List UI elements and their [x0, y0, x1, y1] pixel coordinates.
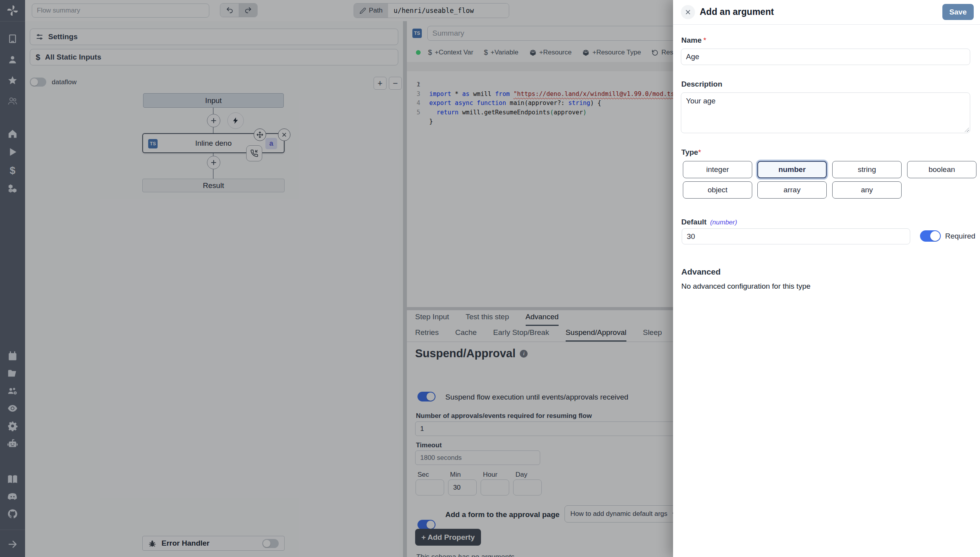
description-field-wrap: Your age	[681, 92, 970, 133]
argument-name-input[interactable]	[681, 49, 970, 65]
close-icon	[684, 9, 691, 16]
type-button-any[interactable]: any	[832, 181, 902, 199]
type-button-array[interactable]: array	[757, 181, 827, 199]
type-button-object[interactable]: object	[683, 181, 752, 199]
type-button-integer[interactable]: integer	[683, 161, 752, 178]
description-label: Description	[681, 80, 722, 89]
default-value-input[interactable]	[682, 228, 910, 244]
save-button[interactable]: Save	[942, 4, 974, 20]
required-toggle-label: Required	[945, 232, 975, 241]
argument-description-textarea[interactable]: Your age	[681, 92, 970, 133]
add-argument-drawer: Add an argument Save Name * Description …	[673, 0, 980, 557]
required-toggle[interactable]	[920, 230, 941, 242]
default-type-hint: (number)	[710, 219, 737, 226]
windmill-flow-editor: Path u/henri/useable_flow	[0, 0, 980, 557]
required-asterisk: *	[703, 36, 706, 44]
type-button-string[interactable]: string	[832, 161, 902, 178]
type-label: Type*	[681, 148, 701, 157]
drawer-title: Add an argument	[700, 7, 774, 17]
type-button-boolean[interactable]: boolean	[907, 161, 976, 178]
close-drawer-button[interactable]	[681, 5, 695, 19]
advanced-section-text: No advanced configuration for this type	[681, 282, 811, 291]
drawer-header: Add an argument Save	[673, 0, 980, 25]
type-button-number[interactable]: number	[757, 161, 827, 178]
resize-handle[interactable]	[964, 127, 969, 132]
default-label: Default (number)	[681, 218, 737, 226]
name-label: Name *	[681, 36, 706, 45]
advanced-section-label: Advanced	[681, 267, 720, 277]
